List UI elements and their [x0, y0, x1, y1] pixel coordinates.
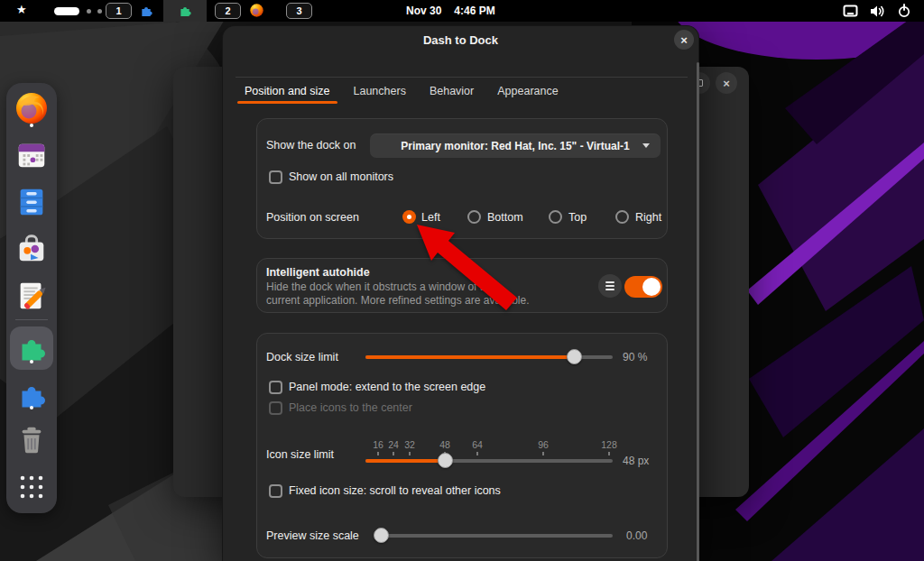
- tab-strip: Position and size Launchers Behavior App…: [236, 77, 688, 104]
- close-icon: ×: [680, 34, 688, 46]
- dock-item-show-apps[interactable]: [14, 469, 50, 505]
- radio-right-label[interactable]: Right: [635, 211, 661, 224]
- icon-size-slider-track[interactable]: [365, 459, 613, 463]
- radio-top[interactable]: [549, 210, 562, 224]
- running-indicator: [30, 406, 33, 409]
- menu-icon: [605, 281, 614, 283]
- panel-mode-checkbox[interactable]: [269, 381, 282, 394]
- monitor-dropdown-value: Primary monitor: Red Hat, Inc. 15" - Vir…: [401, 140, 630, 152]
- icon-size-limit-label: Icon size limit: [266, 448, 334, 461]
- activities-star-icon[interactable]: ★: [16, 3, 27, 16]
- dock-item-files[interactable]: [14, 184, 50, 220]
- tab-appearance[interactable]: Appearance: [488, 78, 567, 104]
- icon-size-mark: 96: [530, 439, 557, 450]
- preview-size-scale-label: Preview size scale: [266, 529, 359, 542]
- trash-icon: [16, 425, 47, 455]
- icon-size-mark: 64: [464, 439, 491, 450]
- dock-item-firefox[interactable]: [14, 90, 50, 126]
- workspace-dot[interactable]: [87, 9, 91, 14]
- desktop: ×: [0, 0, 924, 561]
- icon-size-mark: 32: [396, 439, 423, 450]
- icon-size-slider-handle[interactable]: [438, 453, 453, 468]
- radio-left[interactable]: [402, 210, 416, 224]
- card-size: Dock size limit 90 % Panel mode: extend …: [256, 333, 668, 558]
- radio-bottom-label[interactable]: Bottom: [487, 211, 523, 224]
- system-status-area[interactable]: [843, 0, 911, 22]
- workspace-dot[interactable]: [97, 9, 102, 14]
- show-all-monitors-checkbox[interactable]: [269, 170, 282, 184]
- dialog-close-button[interactable]: ×: [674, 30, 694, 50]
- autohide-description-1: Hide the dock when it obstructs a window…: [266, 280, 494, 293]
- power-icon[interactable]: [897, 4, 911, 18]
- puzzle-piece-icon: [139, 4, 153, 18]
- workspace-button-2[interactable]: 2: [215, 3, 241, 19]
- tab-launchers[interactable]: Launchers: [345, 78, 415, 104]
- radio-top-label[interactable]: Top: [568, 211, 587, 224]
- top-bar: ★ 1 2 3: [0, 0, 924, 22]
- clock[interactable]: Nov 30 4:46 PM: [406, 0, 495, 22]
- show-dock-on-label: Show the dock on: [266, 139, 356, 152]
- card-intelligent-autohide: Intelligent autohide Hide the dock when …: [256, 258, 668, 313]
- software-icon: [14, 232, 49, 266]
- icon-size-value: 48 px: [623, 455, 649, 467]
- running-indicator: [30, 360, 33, 363]
- volume-icon[interactable]: [870, 5, 885, 18]
- panel-mode-label: Panel mode: extend to the screen edge: [289, 381, 485, 393]
- radio-left-label[interactable]: Left: [421, 211, 440, 224]
- fixed-icon-size-checkbox[interactable]: [269, 484, 282, 498]
- dock-item-software[interactable]: [14, 231, 50, 267]
- preview-size-value: 0.00: [626, 529, 647, 542]
- firefox-icon: [249, 3, 264, 18]
- workspace-button-3[interactable]: 3: [286, 3, 312, 19]
- dock-size-slider-fill: [365, 355, 575, 359]
- place-icons-center-checkbox: [269, 401, 282, 415]
- monitor-dropdown[interactable]: Primary monitor: Red Hat, Inc. 15" - Vir…: [370, 133, 661, 158]
- chevron-down-icon: [642, 143, 650, 148]
- dock-size-limit-label: Dock size limit: [266, 351, 338, 363]
- autohide-title: Intelligent autohide: [266, 266, 370, 279]
- fixed-icon-size-label: Fixed icon size: scroll to reveal other …: [289, 484, 501, 497]
- autohide-toggle[interactable]: [624, 276, 662, 298]
- place-icons-center-label: Place icons to the center: [289, 401, 412, 414]
- time-label: 4:46 PM: [454, 5, 494, 17]
- tab-position-and-size[interactable]: Position and size: [236, 78, 339, 104]
- radio-bottom[interactable]: [467, 210, 481, 224]
- puzzle-piece-icon: [178, 4, 192, 18]
- dialog-title: Dash to Dock: [223, 26, 698, 53]
- dock: [6, 83, 57, 513]
- topbar-app-extensions-green[interactable]: [178, 4, 192, 22]
- app-grid-icon: [18, 474, 45, 501]
- screencast-icon[interactable]: [843, 5, 858, 18]
- show-all-monitors-label: Show on all monitors: [289, 170, 393, 183]
- autohide-description-2: current application. More refined settin…: [266, 294, 530, 307]
- dock-item-text-editor[interactable]: [14, 278, 50, 314]
- close-icon: ×: [723, 78, 730, 89]
- preview-size-slider-handle[interactable]: [374, 528, 389, 543]
- topbar-app-extensions-blue[interactable]: [139, 4, 153, 22]
- text-editor-icon: [14, 279, 49, 313]
- topbar-app-firefox[interactable]: [249, 3, 264, 22]
- dock-size-slider-handle[interactable]: [567, 349, 582, 364]
- icon-size-slider-fill: [365, 459, 445, 463]
- icon-size-mark: 48: [431, 439, 458, 450]
- dialog-scrollbar[interactable]: [697, 62, 699, 561]
- toggle-knob: [642, 278, 661, 296]
- background-window-close-button[interactable]: ×: [716, 72, 737, 94]
- date-label: Nov 30: [406, 5, 441, 17]
- workspace-indicator-pill[interactable]: [54, 7, 79, 15]
- files-icon: [14, 185, 49, 219]
- autohide-options-button[interactable]: [598, 274, 622, 298]
- calendar-icon: [14, 138, 49, 172]
- firefox-icon: [14, 90, 50, 126]
- dash-to-dock-dialog: Dash to Dock × Position and size Launche…: [222, 25, 699, 561]
- dock-separator: [15, 319, 48, 320]
- radio-right[interactable]: [615, 210, 629, 224]
- dock-item-trash[interactable]: [14, 422, 50, 458]
- workspace-button-1[interactable]: 1: [106, 3, 132, 19]
- dock-item-calendar[interactable]: [14, 137, 50, 173]
- running-indicator: [30, 124, 33, 127]
- dock-size-value: 90 %: [623, 351, 647, 363]
- icon-size-mark: 128: [596, 439, 623, 450]
- preview-size-slider-track[interactable]: [376, 534, 613, 538]
- tab-behavior[interactable]: Behavior: [420, 78, 483, 104]
